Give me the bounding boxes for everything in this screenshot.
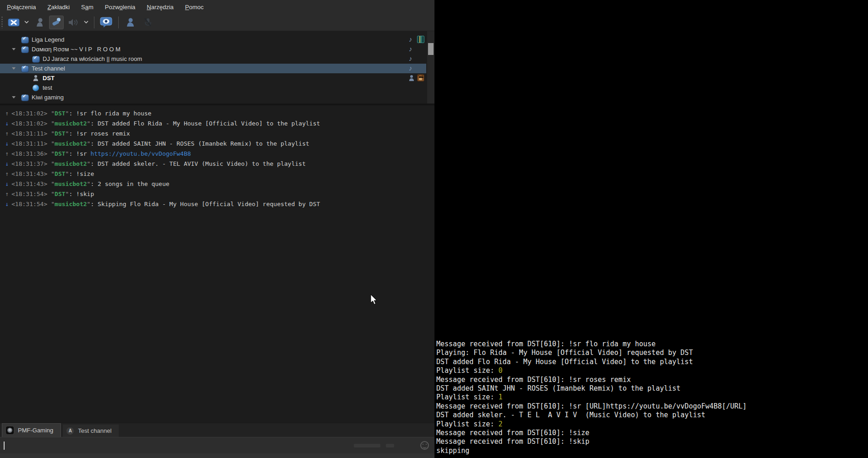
- menu-item[interactable]: Zakładki: [45, 2, 72, 12]
- tab-pmf-gaming[interactable]: PMF-Gaming: [2, 423, 61, 437]
- message-sender: DST: [55, 110, 65, 117]
- message-text: DST added skeler. - TEL AVIV (Music Vide…: [98, 160, 306, 167]
- console-line: Playing: Flo Rida - My House [Official V…: [436, 349, 747, 357]
- message-direction-icon: ↓: [5, 199, 10, 209]
- tree-item-icon: [32, 75, 39, 82]
- music-note-icon: [408, 65, 415, 72]
- eye-bubble-icon: [100, 17, 113, 28]
- contacts-button[interactable]: [123, 16, 138, 29]
- message-sender: DST: [55, 130, 65, 137]
- tree-item-icon: [32, 55, 39, 63]
- teamspeak-window: PołączeniaZakładkiSamPozwoleniaNarzędzia…: [0, 0, 434, 458]
- message-timestamp: <18:31:43>: [11, 170, 47, 177]
- tree-item-icon: [21, 36, 28, 44]
- channel-row-d-r-v-i-p-r-o-o-m[interactable]: Dαмιαη Rσσм ~~ V I P R O O M: [0, 44, 426, 54]
- expand-arrow-icon[interactable]: [12, 96, 21, 98]
- message-direction-icon: ↑: [5, 129, 10, 139]
- chat-message: ↓<18:31:02>"musicbot2": DST added Flo Ri…: [5, 119, 434, 129]
- chat-link[interactable]: https://youtu.be/vvDogoFw4B8: [90, 150, 191, 157]
- chat-message: ↓<18:31:37>"musicbot2": DST added skeler…: [5, 159, 434, 169]
- playlist-size-number: 0: [498, 366, 502, 375]
- chat-input[interactable]: [0, 437, 434, 453]
- chat-message: ↓<18:31:43>"musicbot2": 2 songs in the q…: [5, 179, 434, 189]
- tab-test-channel[interactable]: A Test channel: [63, 425, 119, 437]
- message-direction-icon: ↑: [5, 149, 10, 159]
- channel-row-test-channel[interactable]: Test channel: [0, 64, 426, 73]
- message-text: !sr flo rida my house: [76, 110, 151, 117]
- channel-row-kiwi-gaming[interactable]: Kiwi gaming: [0, 93, 426, 102]
- faint-watermark: [386, 444, 394, 447]
- connect-options-button[interactable]: [23, 16, 30, 29]
- expand-arrow-icon[interactable]: [12, 48, 21, 50]
- tree-item-label: Liga Legend: [32, 36, 65, 43]
- chat-message: ↑<18:31:36>"DST": !sr https://youtu.be/v…: [5, 149, 434, 159]
- speakers-options-button[interactable]: [83, 16, 89, 29]
- message-direction-icon: ↓: [5, 179, 10, 189]
- chevron-down-icon: [84, 21, 88, 24]
- message-sender: musicbot2: [55, 201, 87, 207]
- chat-log[interactable]: ↑<18:31:02>"DST": !sr flo rida my house↓…: [0, 105, 434, 423]
- console-line: Message received from DST[610]: !sr rose…: [436, 376, 747, 384]
- away-toggle-button[interactable]: [32, 16, 47, 29]
- message-timestamp: <18:31:11>: [11, 140, 47, 147]
- tree-item-icon: [21, 65, 28, 72]
- playlist-size-number: 2: [498, 420, 502, 428]
- message-text: !skip: [76, 191, 94, 197]
- channel-tab-icon: A: [66, 427, 74, 435]
- tree-item-label: DJ Jaracz na włościach || music room: [43, 55, 142, 62]
- tree-scrollbar-thumb[interactable]: [428, 43, 434, 55]
- expand-arrow-icon[interactable]: [12, 67, 21, 70]
- console-line: Playlist size: 2: [436, 420, 747, 429]
- microphone-mute-toggle-button[interactable]: [49, 16, 64, 29]
- chat-message: ↑<18:31:11>"DST": !sr roses remix: [5, 129, 434, 139]
- tree-item-icon: [21, 94, 28, 101]
- menu-bar: PołączeniaZakładkiSamPozwoleniaNarzędzia…: [0, 0, 434, 14]
- tree-scrollbar[interactable]: [427, 31, 434, 104]
- message-text: !sr: [76, 150, 90, 157]
- subscribe-all-channels-button[interactable]: [99, 16, 114, 29]
- chat-message: ↓<18:31:11>"musicbot2": DST added SAINt …: [5, 139, 434, 149]
- menu-item[interactable]: Sam: [79, 2, 96, 12]
- message-text: DST added SAINt JHN - ROSES (Imanbek Rem…: [98, 140, 309, 147]
- client-row-dst[interactable]: DST: [0, 73, 426, 83]
- message-timestamp: <18:31:11>: [11, 130, 47, 137]
- menu-item[interactable]: Pomoc: [183, 2, 206, 12]
- message-timestamp: <18:31:02>: [11, 110, 47, 117]
- music-note-icon: [408, 55, 415, 62]
- banner-icon: [417, 36, 424, 43]
- chat-message: ↑<18:31:02>"DST": !sr flo rida my house: [5, 109, 434, 119]
- channel-tree[interactable]: Liga Legend Dαмιαη Rσσм ~~ V I P R O O M…: [0, 31, 434, 105]
- music-note-icon: [408, 45, 415, 53]
- console-line: skipping: [436, 447, 747, 455]
- message-timestamp: <18:31:54>: [11, 191, 47, 197]
- playlist-size-number: 1: [498, 393, 502, 401]
- menu-item[interactable]: Połączenia: [5, 2, 38, 12]
- console-line: Playlist size: 1: [436, 393, 747, 402]
- mic-muted-dark-icon: [143, 17, 152, 28]
- menu-item[interactable]: Narzędzia: [144, 2, 176, 12]
- contacts-person-icon: [125, 17, 136, 28]
- toolbar-drag-handle[interactable]: [1, 16, 3, 28]
- capture-muted-button[interactable]: [140, 16, 155, 29]
- speakers-mute-toggle-button[interactable]: [66, 16, 81, 29]
- message-direction-icon: ↓: [5, 159, 10, 169]
- channel-row-liga-legend[interactable]: Liga Legend: [0, 35, 426, 44]
- faint-watermark: [354, 444, 380, 447]
- tree-item-label: Test channel: [32, 65, 65, 72]
- message-sender: DST: [55, 170, 65, 177]
- tree-item-label: Dαмιαη Rσσм ~~ V I P R O O M: [32, 46, 121, 53]
- console-line: DST added Flo Rida - My House [Official …: [436, 358, 747, 366]
- chat-tab-bar: PMF-Gaming A Test channel: [0, 423, 434, 437]
- emoticon-button[interactable]: [420, 441, 429, 450]
- message-text: !sr roses remix: [76, 130, 130, 137]
- client-row-test[interactable]: test: [0, 83, 426, 93]
- message-text: 2 songs in the queue: [98, 180, 170, 187]
- menu-item[interactable]: Pozwolenia: [103, 2, 138, 12]
- message-direction-icon: ↑: [5, 169, 10, 179]
- channel-row-dj-jaracz-na-w-o-ciach-m[interactable]: DJ Jaracz na włościach || music room: [0, 54, 426, 64]
- tree-item-label: test: [43, 84, 52, 91]
- message-direction-icon: ↑: [5, 189, 10, 199]
- tab-label: Test channel: [78, 427, 111, 434]
- disconnect-button[interactable]: [6, 16, 21, 29]
- message-direction-icon: ↑: [5, 109, 10, 119]
